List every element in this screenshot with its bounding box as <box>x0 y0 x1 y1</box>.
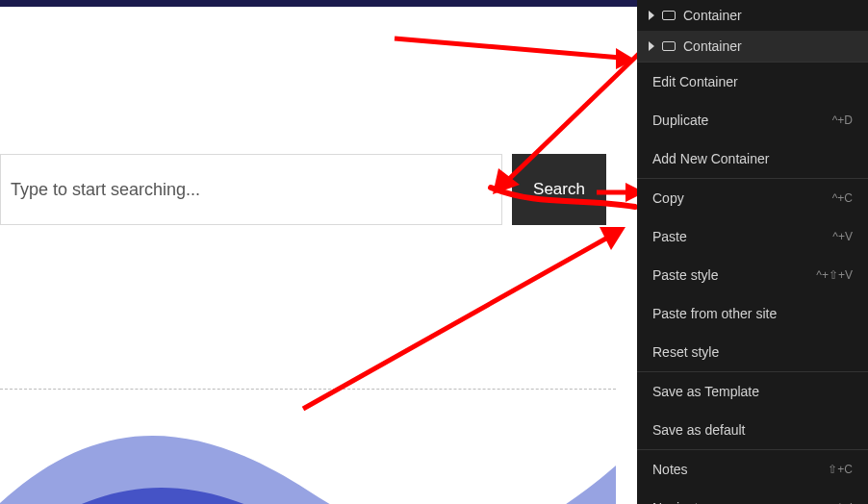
menu-shortcut: ^+D <box>832 113 853 127</box>
menu-reset-style[interactable]: Reset style <box>637 333 868 371</box>
menu-label: Save as Template <box>652 384 759 399</box>
menu-label: Notes <box>652 462 688 477</box>
tree-item-label: Container <box>683 8 742 23</box>
menu-label: Copy <box>652 190 684 206</box>
menu-label: Duplicate <box>652 113 708 128</box>
svg-line-0 <box>395 38 621 58</box>
menu-shortcut: ^+⇧+V <box>816 268 853 282</box>
menu-add-new-container[interactable]: Add New Container <box>637 139 868 178</box>
menu-label: Edit Container <box>652 74 738 89</box>
menu-save-as-default[interactable]: Save as default <box>637 411 868 449</box>
menu-shortcut: ^+V <box>832 230 853 243</box>
decorative-waves <box>0 389 616 504</box>
svg-marker-7 <box>600 227 625 250</box>
expand-icon <box>649 41 654 51</box>
annotation-arrow <box>385 29 645 87</box>
tree-item-label: Container <box>683 38 742 54</box>
tree-item-container[interactable]: Container <box>637 31 868 62</box>
svg-line-6 <box>303 236 611 409</box>
menu-navigator[interactable]: Navigator ^+I <box>637 489 868 504</box>
top-bar <box>0 0 645 7</box>
menu-shortcut: ⇧+C <box>828 463 853 476</box>
menu-copy[interactable]: Copy ^+C <box>637 179 868 217</box>
svg-marker-1 <box>616 48 635 69</box>
menu-label: Reset style <box>652 344 719 360</box>
search-input[interactable] <box>0 154 502 225</box>
menu-paste-other-site[interactable]: Paste from other site <box>637 294 868 333</box>
menu-save-as-template[interactable]: Save as Template <box>637 372 868 411</box>
menu-duplicate[interactable]: Duplicate ^+D <box>637 101 868 139</box>
container-icon <box>662 41 676 51</box>
expand-icon <box>649 11 654 20</box>
menu-notes[interactable]: Notes ⇧+C <box>637 450 868 489</box>
menu-label: Add New Container <box>652 151 769 166</box>
menu-paste[interactable]: Paste ^+V <box>637 217 868 256</box>
menu-paste-style[interactable]: Paste style ^+⇧+V <box>637 256 868 294</box>
annotation-stroke <box>486 183 640 216</box>
tree-item-container[interactable]: Container <box>637 0 868 31</box>
menu-edit-container[interactable]: Edit Container <box>637 63 868 101</box>
menu-label: Paste style <box>652 267 718 283</box>
container-icon <box>662 11 676 20</box>
context-menu-panel: Container Container Edit Container Dupli… <box>637 0 868 504</box>
menu-label: Save as default <box>652 422 746 438</box>
menu-shortcut: ^+C <box>832 191 853 205</box>
menu-label: Paste <box>652 229 687 244</box>
menu-label: Paste from other site <box>652 306 777 321</box>
menu-label: Navigator <box>652 500 710 504</box>
